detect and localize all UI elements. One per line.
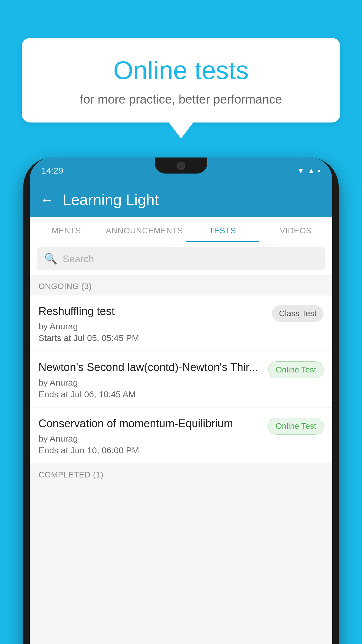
test-item-date: Ends at Jul 06, 10:45 AM xyxy=(38,389,262,399)
tab-bar: MENTS ANNOUNCEMENTS TESTS VIDEOS xyxy=(30,217,332,242)
screen-content: 🔍 Search ONGOING (3) Reshuffling test by… xyxy=(30,242,332,644)
test-item-content: Newton's Second law(contd)-Newton's Thir… xyxy=(38,360,262,399)
completed-section-header: COMPLETED (1) xyxy=(30,464,332,484)
speech-bubble-card: Online tests for more practice, better p… xyxy=(22,38,340,123)
tab-tests[interactable]: TESTS xyxy=(186,217,259,242)
phone-notch xyxy=(155,158,207,174)
battery-icon: ▪ xyxy=(318,166,321,175)
test-item-title: Reshuffling test xyxy=(38,304,266,318)
app-header: ← Learning Light xyxy=(30,184,332,217)
test-item-date: Ends at Jun 10, 06:00 PM xyxy=(38,445,262,455)
test-item-content: Reshuffling test by Anurag Starts at Jul… xyxy=(38,304,266,343)
ongoing-section-header: ONGOING (3) xyxy=(30,275,332,295)
test-item[interactable]: Conservation of momentum-Equilibrium by … xyxy=(30,408,332,464)
tab-assignments[interactable]: MENTS xyxy=(30,217,103,242)
bubble-subtitle: for more practice, better performance xyxy=(45,92,317,106)
speech-bubble-section: Online tests for more practice, better p… xyxy=(22,38,340,139)
bubble-title: Online tests xyxy=(45,55,317,85)
test-badge-online: Online Test xyxy=(268,418,324,435)
bubble-arrow xyxy=(169,123,193,139)
search-placeholder: Search xyxy=(63,253,94,265)
test-item-content: Conservation of momentum-Equilibrium by … xyxy=(38,416,262,455)
test-item-by: by Anurag xyxy=(38,434,262,444)
test-badge-class: Class Test xyxy=(272,305,324,322)
camera xyxy=(177,162,185,170)
search-icon: 🔍 xyxy=(44,253,57,265)
test-item[interactable]: Newton's Second law(contd)-Newton's Thir… xyxy=(30,351,332,407)
back-button[interactable]: ← xyxy=(40,192,54,208)
test-item-title: Newton's Second law(contd)-Newton's Thir… xyxy=(38,360,262,374)
app-title: Learning Light xyxy=(63,191,159,209)
test-item-date: Starts at Jul 05, 05:45 PM xyxy=(38,333,266,343)
status-bar: 14:29 ▼ ▲ ▪ xyxy=(30,158,332,184)
tab-videos[interactable]: VIDEOS xyxy=(259,217,332,242)
phone-frame: 14:29 ▼ ▲ ▪ ← Learning Light MENTS ANNOU… xyxy=(23,158,339,644)
wifi-icon: ▼ xyxy=(297,166,305,175)
test-badge-online: Online Test xyxy=(268,361,324,378)
test-item-by: by Anurag xyxy=(38,321,266,331)
status-icons: ▼ ▲ ▪ xyxy=(297,166,321,175)
signal-icon: ▲ xyxy=(307,166,315,175)
test-item[interactable]: Reshuffling test by Anurag Starts at Jul… xyxy=(30,295,332,351)
status-time: 14:29 xyxy=(41,166,63,176)
test-item-by: by Anurag xyxy=(38,378,262,388)
test-item-title: Conservation of momentum-Equilibrium xyxy=(38,416,262,431)
tab-announcements[interactable]: ANNOUNCEMENTS xyxy=(103,217,186,242)
phone-wrapper: 14:29 ▼ ▲ ▪ ← Learning Light MENTS ANNOU… xyxy=(23,158,339,644)
search-container: 🔍 Search xyxy=(30,242,332,275)
search-bar[interactable]: 🔍 Search xyxy=(37,247,325,270)
